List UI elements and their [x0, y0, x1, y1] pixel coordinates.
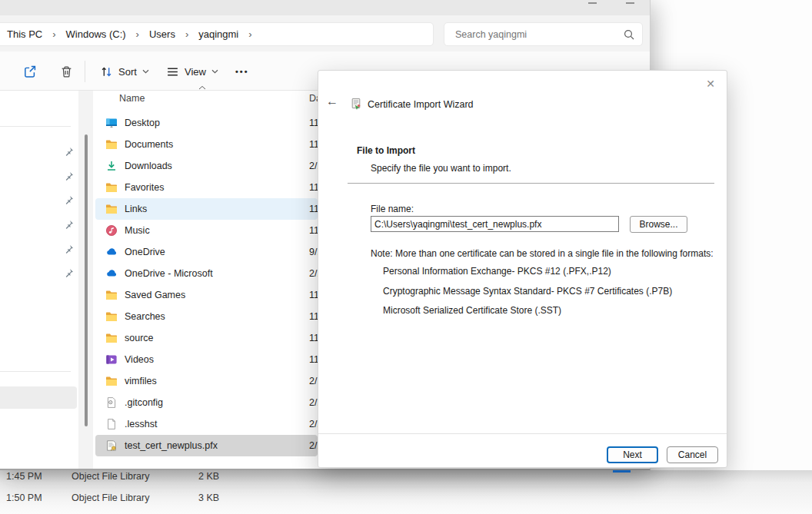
view-label: View	[185, 66, 206, 78]
more-options-button[interactable]: •••	[232, 61, 252, 81]
pin-icon	[65, 171, 74, 181]
address-bar[interactable]: This PC›Windows (C:)›Users›yaqingmi›	[0, 22, 434, 46]
window-control-icon[interactable]	[588, 0, 597, 4]
breadcrumb-chevron-icon: ›	[131, 28, 145, 40]
config-file-icon	[105, 396, 118, 409]
file-row[interactable]: vimfiles 2/1	[95, 370, 318, 392]
file-name: test_cert_newplus.pfx	[125, 440, 218, 451]
onedrive-icon	[105, 267, 118, 280]
file-row[interactable]: Searches 11/	[95, 306, 318, 327]
column-header-date[interactable]: Da	[309, 93, 318, 104]
file-row[interactable]: Desktop 11/	[95, 112, 318, 134]
file-row[interactable]: source 11/	[95, 327, 318, 349]
file-row[interactable]: Saved Games 11/	[95, 284, 318, 306]
column-header-name[interactable]: Name	[119, 93, 145, 104]
sort-button[interactable]: Sort	[97, 61, 152, 81]
file-row[interactable]: test_cert_newplus.pfx 2/2	[95, 435, 318, 456]
nav-pane-divider	[0, 126, 71, 127]
certificate-format-item: Cryptographic Message Syntax Standard- P…	[383, 286, 721, 297]
background-file-size: 2 KB	[198, 471, 219, 482]
file-date: 11/	[309, 290, 318, 300]
file-row[interactable]: .lesshst 2/2	[95, 413, 318, 435]
desktop-icon	[105, 117, 118, 129]
file-date: 11/	[309, 204, 318, 214]
delete-button[interactable]	[57, 61, 76, 81]
file-row[interactable]: Downloads 2/2	[95, 155, 318, 177]
folder-icon	[105, 375, 118, 387]
section-title: File to Import	[357, 145, 415, 156]
section-subtitle: Specify the file you want to import.	[371, 163, 511, 174]
file-name: Desktop	[125, 118, 160, 128]
folder-icon	[105, 289, 118, 301]
file-date: 2/2	[309, 419, 318, 429]
breadcrumb-item[interactable]: Users	[145, 26, 180, 42]
file-name: source	[125, 333, 154, 343]
file-date: 11/	[309, 118, 318, 128]
file-name: .gitconfig	[125, 397, 163, 408]
search-icon	[624, 29, 634, 40]
background-file-row: 1:45 PMObject File Library2 KB	[0, 471, 323, 483]
background-file-size: 3 KB	[198, 492, 219, 503]
nav-scrollbar-thumb[interactable]	[85, 134, 88, 426]
chevron-down-icon	[211, 69, 218, 74]
file-row[interactable]: Music 11/	[95, 220, 318, 241]
file-date: 11/	[309, 182, 318, 193]
breadcrumb-item[interactable]: This PC	[2, 26, 47, 42]
dialog-title: Certificate Import Wizard	[368, 99, 474, 110]
certificate-wizard-icon	[351, 98, 363, 110]
file-name: Searches	[125, 311, 165, 322]
file-name: Saved Games	[125, 290, 185, 300]
file-icon	[105, 418, 118, 430]
next-button[interactable]: Next	[607, 446, 658, 463]
explorer-titlebar	[0, 0, 650, 15]
file-date: 9/2	[309, 247, 318, 257]
search-box[interactable]	[444, 22, 643, 46]
file-date: 11/	[309, 354, 318, 365]
file-name-input[interactable]	[371, 216, 619, 232]
file-row[interactable]: OneDrive - Microsoft 2/2	[95, 263, 318, 284]
certificate-format-item: Personal Information Exchange- PKCS #12 …	[383, 266, 721, 277]
more-icon: •••	[235, 67, 249, 76]
file-date: 2/2	[309, 268, 318, 279]
breadcrumb-item[interactable]: Windows (C:)	[62, 26, 131, 42]
search-input[interactable]	[454, 28, 624, 41]
breadcrumb-chevron-icon: ›	[47, 28, 61, 40]
background-file-time: 1:45 PM	[6, 471, 42, 482]
back-button[interactable]: ←	[326, 96, 338, 107]
file-row[interactable]: Videos 11/	[95, 349, 318, 370]
folder-icon	[105, 310, 118, 323]
file-row[interactable]: Favorites 11/	[95, 177, 318, 198]
pin-icon	[65, 147, 74, 156]
downloads-icon	[105, 160, 118, 172]
window-control-icon[interactable]	[626, 0, 634, 4]
file-list: Desktop 11/ Documents 11/ Downloads 2/2 …	[95, 112, 326, 456]
breadcrumb-item[interactable]: yaqingmi	[194, 26, 243, 42]
file-row[interactable]: Documents 11/	[95, 134, 318, 155]
explorer-address-row: This PC›Windows (C:)›Users›yaqingmi›	[0, 15, 650, 51]
nav-pane-divider	[0, 371, 71, 372]
nav-scrollbar[interactable]	[78, 91, 93, 469]
share-button[interactable]	[20, 61, 40, 81]
background-window-rows: 1:45 PMObject File Library2 KB1:50 PMObj…	[0, 470, 812, 514]
pin-icon	[65, 195, 74, 204]
file-date: 11/	[309, 139, 318, 150]
file-name-label: File name:	[371, 204, 414, 214]
file-name: vimfiles	[125, 376, 157, 386]
certificate-import-wizard-dialog: ← Certificate Import Wizard ✕ File to Im…	[318, 70, 727, 468]
browse-button[interactable]: Browse...	[630, 216, 687, 233]
view-button[interactable]: View	[163, 61, 221, 81]
background-file-row: 1:50 PMObject File Library3 KB	[0, 492, 323, 505]
sort-ascending-icon	[198, 85, 206, 90]
file-row[interactable]: Links 11/	[95, 198, 318, 220]
trash-icon	[60, 65, 73, 78]
folder-icon	[105, 181, 118, 194]
pin-icon	[65, 220, 74, 229]
folder-icon	[105, 138, 118, 151]
file-row[interactable]: OneDrive 9/2	[95, 241, 318, 263]
close-icon[interactable]: ✕	[702, 75, 719, 92]
folder-icon	[105, 332, 118, 344]
nav-pane-selected-item[interactable]	[0, 386, 77, 409]
file-row[interactable]: .gitconfig 2/2	[95, 392, 318, 413]
cancel-button[interactable]: Cancel	[667, 446, 718, 463]
file-name: OneDrive - Microsoft	[125, 268, 213, 279]
